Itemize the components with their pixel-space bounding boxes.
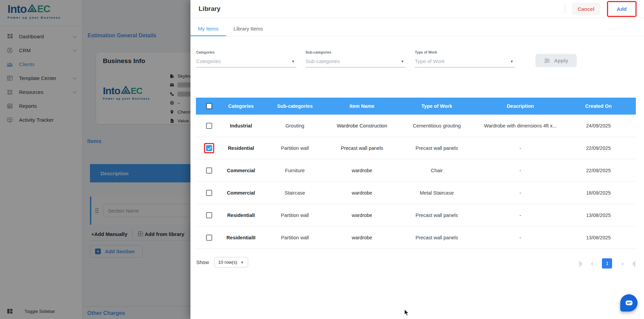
filter-type-of-work: Type of Work Type of Work ▼ bbox=[415, 50, 515, 67]
cell-type-of-work: Precast wall panels bbox=[394, 145, 480, 151]
drawer-title: Library bbox=[199, 5, 220, 13]
divider bbox=[565, 4, 565, 14]
cell-description: Wardrobe with dimensions 4ft x... bbox=[480, 123, 561, 128]
filter-label: Type of Work bbox=[415, 50, 515, 54]
filter-sub-categories: Sub-categories Sub-categories ▼ bbox=[306, 50, 406, 67]
cell-category: Commercial bbox=[222, 168, 260, 173]
type-of-work-select[interactable]: Type of Work ▼ bbox=[415, 55, 515, 67]
sub-categories-select[interactable]: Sub-categories ▼ bbox=[306, 55, 406, 67]
cell-description: - bbox=[480, 235, 561, 240]
column-header-categories: Categories bbox=[222, 103, 260, 109]
row-checkbox[interactable] bbox=[206, 123, 212, 129]
cell-item-name: wardrobe bbox=[330, 190, 394, 196]
rows-per-page-select[interactable]: 10 row(s) ▼ bbox=[214, 257, 248, 267]
chevron-down-icon: ▼ bbox=[240, 260, 244, 264]
cell-type-of-work: Precast wall panels bbox=[394, 235, 480, 240]
cell-item-name: wardrobe bbox=[330, 168, 394, 173]
table-row: ResidentialPartition wallPrecast wall pa… bbox=[196, 137, 636, 159]
cell-category: Industrial bbox=[222, 123, 260, 128]
filter-label: Categories bbox=[196, 50, 296, 54]
rows-per-page-control: Show 10 row(s) ▼ bbox=[196, 257, 248, 267]
filter-label: Sub-categories bbox=[306, 50, 406, 54]
chevron-down-icon: ▼ bbox=[510, 59, 514, 63]
cell-type-of-work: Chair bbox=[394, 168, 480, 173]
sliders-icon bbox=[544, 58, 550, 63]
row-checkbox[interactable] bbox=[206, 190, 212, 196]
row-checkbox[interactable] bbox=[206, 145, 212, 151]
cell-category: Residential bbox=[222, 145, 260, 151]
last-page-button[interactable]: ›| bbox=[632, 260, 635, 266]
cell-created-on: 24/09/2025 bbox=[561, 123, 636, 128]
cell-sub-category: Partition wall bbox=[260, 235, 330, 240]
cell-description: - bbox=[480, 145, 561, 151]
drawer-header: Library Cancel Add bbox=[190, 0, 644, 18]
select-placeholder: Sub-categories bbox=[306, 58, 340, 64]
library-table-body: IndustrialGroutingWardrobe ConstructionC… bbox=[196, 115, 636, 249]
row-checkbox[interactable] bbox=[206, 235, 212, 241]
select-placeholder: Type of Work bbox=[415, 58, 445, 64]
cell-description: - bbox=[480, 168, 561, 173]
row-checkbox[interactable] bbox=[206, 167, 212, 174]
cell-type-of-work: Cementitious grouting bbox=[394, 123, 480, 128]
tab-library-items[interactable]: Library Items bbox=[226, 22, 271, 36]
apply-label: Apply bbox=[554, 58, 568, 63]
cell-category: ResidentialII bbox=[222, 235, 260, 240]
tab-my-items[interactable]: My Items bbox=[190, 22, 226, 36]
cell-item-name: Precast wall panels bbox=[330, 145, 394, 151]
categories-select[interactable]: Categories ▼ bbox=[196, 55, 296, 67]
tab-label: My Items bbox=[198, 26, 219, 32]
cell-sub-category: Partition wall bbox=[260, 213, 330, 218]
tab-label: Library Items bbox=[234, 26, 263, 32]
cell-type-of-work: Precast wall panels bbox=[394, 213, 480, 218]
cell-sub-category: Furniture bbox=[260, 168, 330, 173]
select-placeholder: Categories bbox=[196, 58, 221, 64]
filter-categories: Categories Categories ▼ bbox=[196, 50, 296, 67]
table-row: CommercialStaircasewardrobeMetal Stairca… bbox=[196, 182, 636, 204]
cell-sub-category: Grouting bbox=[260, 123, 330, 128]
chat-icon bbox=[625, 299, 633, 307]
first-page-button[interactable]: |‹ bbox=[579, 260, 582, 266]
cell-created-on: 13/08/2025 bbox=[561, 235, 636, 240]
table-row: ResidentialIIPartition wallwardrobePreca… bbox=[196, 226, 636, 249]
show-label: Show bbox=[196, 259, 209, 265]
table-row: IndustrialGroutingWardrobe ConstructionC… bbox=[196, 115, 636, 137]
column-header-sub-categories: Sub-categories bbox=[260, 103, 330, 109]
drawer-tabs: My Items Library Items bbox=[190, 22, 644, 36]
cell-created-on: 18/09/2025 bbox=[561, 190, 636, 196]
cell-sub-category: Partition wall bbox=[260, 145, 330, 151]
rows-per-page-value: 10 row(s) bbox=[218, 260, 237, 265]
cell-type-of-work: Metal Staircase bbox=[394, 190, 480, 196]
add-button[interactable]: Add bbox=[609, 3, 635, 15]
table-row: CommercialFurniturewardrobeChair-22/09/2… bbox=[196, 159, 636, 182]
column-header-description: Description bbox=[480, 103, 561, 109]
cell-item-name: wardrobe bbox=[330, 235, 394, 240]
cell-description: - bbox=[480, 190, 561, 196]
previous-page-button[interactable]: ‹ bbox=[591, 260, 593, 266]
column-header-type-of-work: Type of Work bbox=[394, 103, 480, 109]
select-all-checkbox[interactable] bbox=[206, 103, 212, 109]
library-table-header: CategoriesSub-categoriesItem NameType of… bbox=[196, 98, 636, 115]
cell-description: - bbox=[480, 213, 561, 218]
library-drawer: Library Cancel Add My Items Library Item… bbox=[190, 0, 644, 319]
cell-created-on: 22/09/2025 bbox=[561, 145, 636, 151]
cell-sub-category: Staircase bbox=[260, 190, 330, 196]
library-table: CategoriesSub-categoriesItem NameType of… bbox=[196, 98, 636, 249]
cell-item-name: wardrobe bbox=[330, 213, 394, 218]
red-highlight-box: Add bbox=[607, 1, 637, 17]
cancel-button[interactable]: Cancel bbox=[572, 3, 600, 15]
cell-created-on: 13/08/2025 bbox=[561, 213, 636, 218]
current-page-button[interactable]: 1 bbox=[602, 258, 612, 268]
apply-filters-button[interactable]: Apply bbox=[535, 54, 577, 67]
cell-category: ResidentialI bbox=[222, 213, 260, 218]
next-page-button[interactable]: › bbox=[621, 260, 623, 266]
red-highlight-box bbox=[204, 143, 214, 153]
chat-widget-button[interactable] bbox=[620, 294, 638, 312]
pagination: |‹ ‹ 1 › ›| bbox=[579, 258, 635, 268]
table-row: ResidentialIPartition wallwardrobePrecas… bbox=[196, 204, 636, 226]
cell-item-name: Wardrobe Construction bbox=[330, 123, 394, 128]
filters-row: Categories Categories ▼ Sub-categories S… bbox=[196, 50, 577, 67]
row-checkbox[interactable] bbox=[206, 212, 212, 218]
chevron-down-icon: ▼ bbox=[401, 59, 404, 63]
chevron-down-icon: ▼ bbox=[291, 59, 295, 63]
column-header-created-on: Created On bbox=[561, 103, 636, 109]
